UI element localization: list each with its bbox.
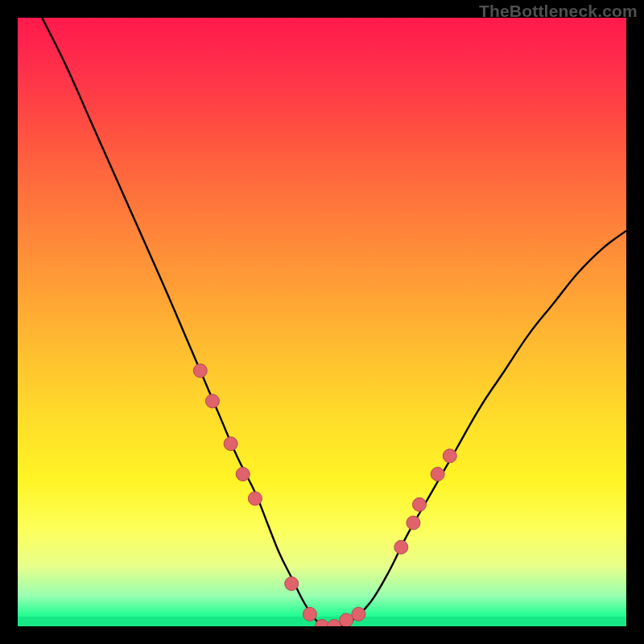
data-marker: [285, 577, 299, 591]
data-marker: [193, 364, 207, 378]
data-marker: [224, 437, 237, 451]
data-marker: [394, 540, 408, 554]
data-marker: [205, 394, 219, 408]
data-marker: [412, 497, 426, 511]
data-marker: [303, 607, 316, 621]
data-marker: [431, 468, 444, 481]
curve-svg: [18, 18, 626, 626]
data-marker: [340, 613, 353, 626]
watermark-text: TheBottleneck.com: [479, 2, 638, 21]
chart-frame: TheBottleneck.com: [0, 0, 644, 644]
data-marker: [328, 620, 341, 627]
data-marker: [248, 492, 262, 506]
data-marker: [407, 516, 420, 530]
data-marker: [443, 449, 456, 463]
plot-area: [18, 18, 626, 626]
data-marker: [352, 607, 365, 621]
data-marker: [236, 468, 250, 481]
marker-group: [193, 364, 456, 626]
bottleneck-curve: [42, 18, 626, 626]
